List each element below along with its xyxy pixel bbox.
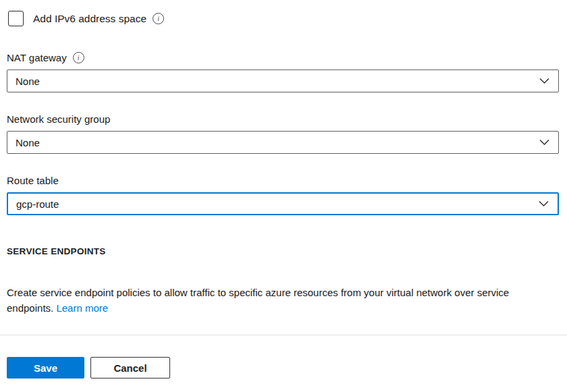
route-table-label-row: Route table: [7, 174, 559, 187]
network-security-group-selected-value: None: [16, 137, 40, 148]
nat-gateway-select[interactable]: None: [7, 69, 559, 92]
ipv6-checkbox-row: Add IPv6 address space i: [8, 11, 559, 26]
network-security-group-label: Network security group: [7, 113, 110, 125]
chevron-down-icon: [539, 78, 549, 84]
route-table-field: Route table gcp-route: [7, 174, 559, 215]
nat-gateway-label: NAT gateway: [7, 51, 67, 64]
save-button[interactable]: Save: [7, 357, 84, 379]
learn-more-link[interactable]: Learn more: [56, 302, 108, 314]
cancel-button[interactable]: Cancel: [90, 357, 170, 379]
service-endpoints-heading: SERVICE ENDPOINTS: [7, 246, 559, 256]
route-table-select[interactable]: gcp-route: [7, 192, 559, 215]
subnet-settings-panel: Add IPv6 address space i NAT gateway i N…: [0, 0, 567, 316]
ipv6-checkbox[interactable]: [8, 11, 24, 26]
network-security-group-select[interactable]: None: [7, 131, 559, 154]
route-table-label: Route table: [7, 174, 59, 187]
chevron-down-icon: [539, 140, 549, 146]
nat-gateway-label-row: NAT gateway i: [7, 51, 559, 64]
info-icon[interactable]: i: [153, 13, 164, 24]
info-icon[interactable]: i: [73, 52, 84, 63]
nat-gateway-selected-value: None: [16, 76, 40, 87]
network-security-group-label-row: Network security group: [7, 113, 559, 125]
action-bar: Save Cancel: [7, 357, 567, 379]
ipv6-checkbox-label: Add IPv6 address space: [33, 13, 146, 25]
service-endpoints-description: Create service endpoint policies to allo…: [7, 285, 539, 316]
network-security-group-field: Network security group None: [7, 113, 559, 154]
nat-gateway-field: NAT gateway i None: [7, 51, 559, 92]
divider: [0, 335, 567, 335]
chevron-down-icon: [539, 201, 549, 207]
route-table-selected-value: gcp-route: [16, 198, 59, 210]
